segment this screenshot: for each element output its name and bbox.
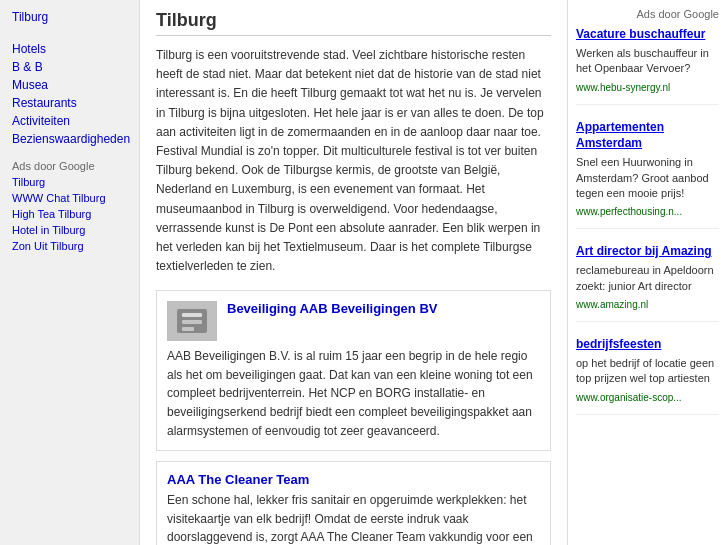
ad-text-amsterdam: Snel een Huurwoning in Amsterdam? Groot … bbox=[576, 155, 719, 201]
ad-link-buschauffeur[interactable]: Vacature buschauffeur bbox=[576, 27, 705, 41]
sidebar-ad-wwwchat[interactable]: WWW Chat Tilburg bbox=[12, 192, 127, 204]
sidebar-item-tilburg[interactable]: Tilburg bbox=[12, 10, 127, 24]
ads-sidebar: Ads door Google Vacature buschauffeur We… bbox=[567, 0, 727, 545]
sidebar-ad-hightea[interactable]: High Tea Tilburg bbox=[12, 208, 127, 220]
sidebar-item-bb[interactable]: B & B bbox=[12, 60, 127, 74]
ad-block-amsterdam: Appartementen Amsterdam Snel een Huurwon… bbox=[576, 119, 719, 230]
listing-text-cleaner: Een schone hal, lekker fris sanitair en … bbox=[167, 491, 540, 545]
svg-rect-2 bbox=[182, 313, 202, 317]
listing-title-cleaner[interactable]: AAA The Cleaner Team bbox=[167, 472, 540, 487]
listing-title-area-beveiliging: Beveiliging AAB Beveiligingen BV bbox=[227, 301, 437, 320]
sidebar-nav: Tilburg Hotels B & B Musea Restaurants A… bbox=[12, 10, 127, 146]
sidebar-item-activiteiten[interactable]: Activiteiten bbox=[12, 114, 127, 128]
sidebar-item-hotels[interactable]: Hotels bbox=[12, 42, 127, 56]
ads-top-label: Ads door Google bbox=[576, 8, 719, 20]
listing-text-beveiliging: AAB Beveiligingen B.V. is al ruim 15 jaa… bbox=[167, 347, 540, 440]
ad-title-amsterdam[interactable]: Appartementen Amsterdam bbox=[576, 119, 719, 153]
ad-link-artdirector[interactable]: Art director bij Amazing bbox=[576, 244, 712, 258]
ad-link-amsterdam[interactable]: Appartementen Amsterdam bbox=[576, 120, 664, 151]
ad-text-buschauffeur: Werken als buschauffeur in het Openbaar … bbox=[576, 46, 719, 77]
ad-title-bedrijfsfeesten[interactable]: bedrijfsfeesten bbox=[576, 336, 719, 353]
listing-beveiliging: Beveiliging AAB Beveiligingen BV AAB Bev… bbox=[156, 290, 551, 451]
sidebar-item-musea[interactable]: Musea bbox=[12, 78, 127, 92]
ad-block-buschauffeur: Vacature buschauffeur Werken als buschau… bbox=[576, 26, 719, 105]
listing-thumb-beveiliging bbox=[167, 301, 217, 341]
svg-rect-4 bbox=[182, 327, 194, 331]
ad-url-buschauffeur: www.hebu-synergy.nl bbox=[576, 82, 670, 93]
ad-block-bedrijfsfeesten: bedrijfsfeesten op het bedrijf of locati… bbox=[576, 336, 719, 415]
ad-link-bedrijfsfeesten[interactable]: bedrijfsfeesten bbox=[576, 337, 661, 351]
intro-paragraph: Tilburg is een vooruitstrevende stad. Ve… bbox=[156, 46, 551, 276]
ad-text-artdirector: reclamebureau in Apeldoorn zoekt: junior… bbox=[576, 263, 719, 294]
sidebar-item-restaurants[interactable]: Restaurants bbox=[12, 96, 127, 110]
svg-rect-3 bbox=[182, 320, 202, 324]
ad-title-artdirector[interactable]: Art director bij Amazing bbox=[576, 243, 719, 260]
sidebar-ads-label: Ads door Google bbox=[12, 160, 127, 172]
sidebar-ad-zon[interactable]: Zon Uit Tilburg bbox=[12, 240, 127, 252]
ad-text-bedrijfsfeesten: op het bedrijf of locatie geen top prijz… bbox=[576, 356, 719, 387]
main-content: Tilburg Tilburg is een vooruitstrevende … bbox=[140, 0, 567, 545]
sidebar: Tilburg Hotels B & B Musea Restaurants A… bbox=[0, 0, 140, 545]
ad-url-artdirector: www.amazing.nl bbox=[576, 299, 648, 310]
sidebar-ad-tilburg[interactable]: Tilburg bbox=[12, 176, 127, 188]
listing-header-beveiliging: Beveiliging AAB Beveiligingen BV bbox=[167, 301, 540, 341]
listing-title-beveiliging[interactable]: Beveiliging AAB Beveiligingen BV bbox=[227, 301, 437, 316]
listing-link-cleaner[interactable]: AAA The Cleaner Team bbox=[167, 472, 309, 487]
sidebar-item-bezienswaardigheden[interactable]: Bezienswaardigheden bbox=[12, 132, 127, 146]
listing-link-beveiliging[interactable]: Beveiliging AAB Beveiligingen BV bbox=[227, 301, 437, 316]
sidebar-ads: Ads door Google Tilburg WWW Chat Tilburg… bbox=[12, 160, 127, 252]
ad-url-bedrijfsfeesten: www.organisatie-scop... bbox=[576, 392, 682, 403]
ad-block-artdirector: Art director bij Amazing reclamebureau i… bbox=[576, 243, 719, 322]
sidebar-ad-hotel[interactable]: Hotel in Tilburg bbox=[12, 224, 127, 236]
page-title: Tilburg bbox=[156, 10, 551, 36]
ad-title-buschauffeur[interactable]: Vacature buschauffeur bbox=[576, 26, 719, 43]
ad-url-amsterdam: www.perfecthousing.n... bbox=[576, 206, 682, 217]
listing-cleaner: AAA The Cleaner Team Een schone hal, lek… bbox=[156, 461, 551, 545]
